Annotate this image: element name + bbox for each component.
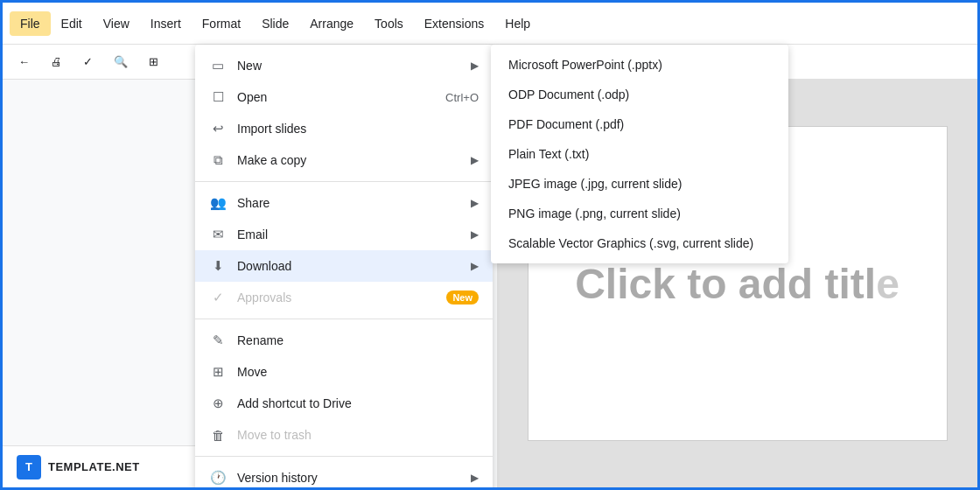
menu-version-history[interactable]: 🕐 Version history ▶ — [195, 462, 493, 490]
menu-item-help[interactable]: Help — [494, 11, 541, 36]
menu-bar: File Edit View Insert Format Slide Arran… — [3, 3, 977, 45]
menu-move-trash: 🗑 Move to trash — [195, 419, 493, 451]
download-svg[interactable]: Scalable Vector Graphics (.svg, current … — [491, 228, 788, 258]
new-arrow-icon: ▶ — [471, 60, 479, 72]
history-icon: 🕐 — [209, 469, 227, 486]
menu-item-arrange[interactable]: Arrange — [299, 11, 364, 36]
download-pdf[interactable]: PDF Document (.pdf) — [491, 109, 788, 139]
menu-item-file[interactable]: File — [10, 11, 51, 36]
rename-icon: ✎ — [209, 332, 227, 349]
menu-item-format[interactable]: Format — [192, 11, 251, 36]
logo-icon: T — [17, 455, 41, 480]
approvals-icon: ✓ — [209, 289, 227, 306]
menu-email[interactable]: ✉ Email ▶ — [195, 219, 493, 250]
download-submenu: Microsoft PowerPoint (.pptx) ODP Documen… — [491, 45, 788, 263]
shortcut-icon: ⊕ — [209, 395, 227, 412]
toolbar-print-icon[interactable]: 🖨 — [42, 52, 71, 72]
download-txt[interactable]: Plain Text (.txt) — [491, 139, 788, 169]
slide-title-placeholder: Click to add title — [575, 260, 900, 308]
toolbar-zoom-icon[interactable]: 🔍 — [105, 52, 136, 72]
download-png[interactable]: PNG image (.png, current slide) — [491, 199, 788, 228]
logo-text: TEMPLATE.NET — [48, 460, 140, 473]
menu-approvals[interactable]: ✓ Approvals New — [195, 282, 493, 313]
share-icon: 👥 — [209, 194, 227, 212]
toolbar-spell-icon[interactable]: ✓ — [74, 52, 102, 72]
copy-arrow-icon: ▶ — [471, 154, 479, 166]
menu-add-shortcut[interactable]: ⊕ Add shortcut to Drive — [195, 388, 493, 419]
menu-open[interactable]: ☐ Open Ctrl+O — [195, 81, 493, 113]
menu-rename[interactable]: ✎ Rename — [195, 325, 493, 356]
download-jpeg[interactable]: JPEG image (.jpg, current slide) — [491, 169, 788, 199]
file-dropdown-menu: ▭ New ▶ ☐ Open Ctrl+O ↩ Import slides ⧉ … — [195, 45, 493, 490]
menu-item-edit[interactable]: Edit — [51, 11, 93, 36]
copy-icon: ⧉ — [209, 151, 227, 169]
separator-1 — [195, 181, 493, 182]
menu-item-insert[interactable]: Insert — [140, 11, 192, 36]
menu-move[interactable]: ⊞ Move — [195, 356, 493, 388]
separator-2 — [195, 318, 493, 319]
toolbar-layout-icon[interactable]: ⊞ — [140, 52, 167, 72]
menu-share[interactable]: 👥 Share ▶ — [195, 187, 493, 219]
download-pptx[interactable]: Microsoft PowerPoint (.pptx) — [491, 50, 788, 80]
email-arrow-icon: ▶ — [471, 228, 479, 241]
menu-item-slide[interactable]: Slide — [251, 11, 299, 36]
import-icon: ↩ — [209, 120, 227, 137]
download-icon: ⬇ — [209, 257, 227, 275]
menu-download[interactable]: ⬇ Download ▶ — [195, 250, 493, 282]
menu-item-view[interactable]: View — [93, 11, 140, 36]
new-icon: ▭ — [209, 57, 227, 74]
menu-item-tools[interactable]: Tools — [364, 11, 414, 36]
approvals-new-badge: New — [446, 290, 479, 304]
menu-make-copy[interactable]: ⧉ Make a copy ▶ — [195, 144, 493, 176]
history-arrow-icon: ▶ — [471, 472, 479, 484]
menu-item-extensions[interactable]: Extensions — [414, 11, 494, 36]
download-odp[interactable]: ODP Document (.odp) — [491, 80, 788, 109]
email-icon: ✉ — [209, 226, 227, 243]
logo-area: T TEMPLATE.NET — [3, 445, 195, 487]
menu-import-slides[interactable]: ↩ Import slides — [195, 113, 493, 144]
toolbar-back-icon[interactable]: ← — [10, 52, 38, 72]
menu-new[interactable]: ▭ New ▶ — [195, 50, 493, 81]
open-icon: ☐ — [209, 88, 227, 106]
share-arrow-icon: ▶ — [471, 197, 479, 209]
move-icon: ⊞ — [209, 363, 227, 381]
download-arrow-icon: ▶ — [471, 260, 479, 272]
trash-icon: 🗑 — [209, 426, 227, 444]
separator-3 — [195, 456, 493, 457]
